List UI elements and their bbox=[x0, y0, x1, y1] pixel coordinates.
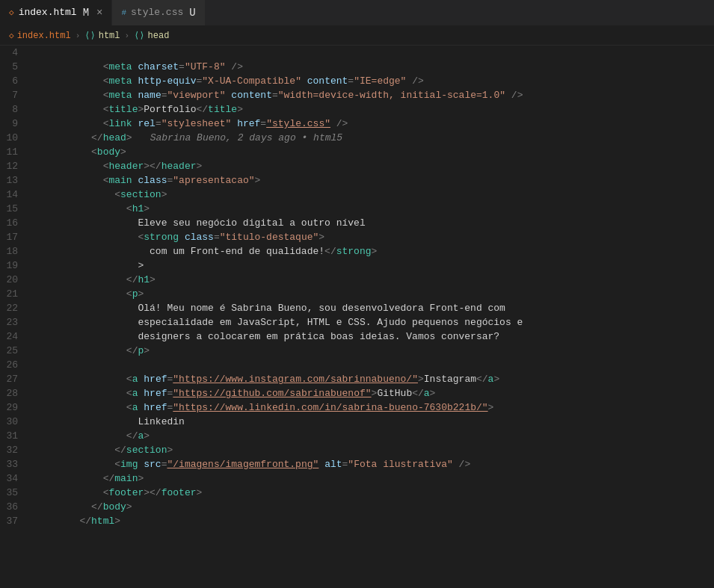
breadcrumb-head[interactable]: head bbox=[148, 31, 170, 41]
tab-bar: ◇ index.html M × # style.css U bbox=[0, 0, 714, 26]
ln-6: 6 bbox=[0, 74, 30, 88]
code-line-20: <p> bbox=[30, 273, 714, 287]
line-numbers: 4 5 6 7 8 9 10 11 12 13 14 15 16 17 18 1… bbox=[0, 46, 30, 588]
ln-15: 15 bbox=[0, 202, 30, 216]
code-area[interactable]: <meta charset="UTF-8" /> <meta http-equi… bbox=[30, 46, 714, 588]
code-line-27: <a href="https://github.com/sabrinabueno… bbox=[30, 372, 714, 386]
ln-7: 7 bbox=[0, 88, 30, 102]
breadcrumb-head-icon: ⟨⟩ bbox=[134, 30, 144, 41]
ln-13: 13 bbox=[0, 173, 30, 188]
breadcrumb-file-icon: ◇ bbox=[9, 31, 14, 40]
ln-19: 19 bbox=[0, 259, 30, 273]
ln-12: 12 bbox=[0, 159, 30, 173]
code-line-36: </html> bbox=[30, 500, 714, 514]
ln-17: 17 bbox=[0, 230, 30, 244]
ln-36: 36 bbox=[0, 500, 30, 514]
code-line-13: <section> bbox=[30, 173, 714, 188]
code-line-14: <h1> bbox=[30, 188, 714, 202]
ln-28: 28 bbox=[0, 386, 30, 400]
breadcrumb-html-icon: ⟨⟩ bbox=[84, 30, 95, 41]
ln-14: 14 bbox=[0, 188, 30, 202]
ln-16: 16 bbox=[0, 216, 30, 230]
ln-30: 30 bbox=[0, 415, 30, 429]
ln-34: 34 bbox=[0, 471, 30, 486]
code-line-33: </main> bbox=[30, 457, 714, 471]
code-line-29: Linkedin bbox=[30, 400, 714, 415]
code-line-25 bbox=[30, 344, 714, 358]
ln-27: 27 bbox=[0, 372, 30, 386]
ln-24: 24 bbox=[0, 329, 30, 344]
css-file-icon: # bbox=[121, 8, 126, 17]
code-line-11: <header></header> bbox=[30, 145, 714, 159]
ln-9: 9 bbox=[0, 117, 30, 131]
code-line-28: <a href="https://www.linkedin.com/in/sab… bbox=[30, 386, 714, 400]
ln-5: 5 bbox=[0, 60, 30, 74]
tab-modified-badge: M bbox=[83, 7, 89, 19]
code-line-21: Olá! Meu nome é Sabrina Bueno, sou desen… bbox=[30, 287, 714, 301]
ln-18: 18 bbox=[0, 244, 30, 259]
breadcrumb-html[interactable]: html bbox=[99, 31, 120, 41]
ln-29: 29 bbox=[0, 400, 30, 415]
tab-index-html[interactable]: ◇ index.html M × bbox=[0, 0, 112, 25]
code-line-8: <link rel="stylesheet" href="style.css" … bbox=[30, 102, 714, 117]
code-line-35: </body> bbox=[30, 486, 714, 500]
code-lines: <meta charset="UTF-8" /> <meta http-equi… bbox=[30, 46, 714, 528]
code-line-31: </section> bbox=[30, 429, 714, 443]
ln-4: 4 bbox=[0, 46, 30, 60]
tab-style-css-label: style.css bbox=[131, 7, 183, 18]
code-line-34: <footer></footer> bbox=[30, 471, 714, 486]
code-line-10: <body> bbox=[30, 131, 714, 145]
editor: 4 5 6 7 8 9 10 11 12 13 14 15 16 17 18 1… bbox=[0, 46, 714, 588]
code-line-12: <main class="apresentacao"> bbox=[30, 159, 714, 173]
ln-8: 8 bbox=[0, 102, 30, 117]
code-line-30: </a> bbox=[30, 415, 714, 429]
breadcrumb-sep-2: › bbox=[125, 31, 130, 40]
ln-10: 10 bbox=[0, 131, 30, 145]
ln-22: 22 bbox=[0, 301, 30, 315]
code-line-5: <meta http-equiv="X-UA-Compatible" conte… bbox=[30, 60, 714, 74]
breadcrumb-file[interactable]: index.html bbox=[17, 31, 71, 41]
code-line-4: <meta charset="UTF-8" /> bbox=[30, 46, 714, 60]
code-line-7: <title>Portfolio</title> bbox=[30, 88, 714, 102]
code-line-15: Eleve seu negócio digital a outro nível bbox=[30, 202, 714, 216]
code-line-37 bbox=[30, 514, 714, 528]
code-line-9: </head>Sabrina Bueno, 2 days ago • html5 bbox=[30, 117, 714, 131]
ln-21: 21 bbox=[0, 287, 30, 301]
breadcrumb: ◇ index.html › ⟨⟩ html › ⟨⟩ head bbox=[0, 26, 714, 46]
tab-style-css[interactable]: # style.css U bbox=[112, 0, 205, 25]
code-line-26: <a href="https://www.instagram.com/sabri… bbox=[30, 358, 714, 372]
tab-css-modified-badge: U bbox=[189, 7, 195, 19]
ln-26: 26 bbox=[0, 358, 30, 372]
code-line-18: > bbox=[30, 244, 714, 259]
code-line-22: especialidade em JavaScript, HTML e CSS.… bbox=[30, 301, 714, 315]
code-line-24: </p> bbox=[30, 329, 714, 344]
ln-35: 35 bbox=[0, 486, 30, 500]
code-line-17: com um Front-end de qualidade!</strong> bbox=[30, 230, 714, 244]
code-line-16: <strong class="titulo-destaque"> bbox=[30, 216, 714, 230]
ln-31: 31 bbox=[0, 429, 30, 443]
code-line-19: </h1> bbox=[30, 259, 714, 273]
breadcrumb-sep-1: › bbox=[76, 31, 81, 40]
code-line-32: <img src="/imagens/imagemfront.png" alt=… bbox=[30, 443, 714, 457]
code-line-6: <meta name="viewport" content="width=dev… bbox=[30, 74, 714, 88]
tab-index-html-label: index.html bbox=[19, 7, 77, 18]
ln-32: 32 bbox=[0, 443, 30, 457]
ln-11: 11 bbox=[0, 145, 30, 159]
code-line-23: designers a colocarem em prática boas id… bbox=[30, 315, 714, 329]
tab-close-icon[interactable]: × bbox=[96, 7, 102, 19]
ln-33: 33 bbox=[0, 457, 30, 471]
ln-23: 23 bbox=[0, 315, 30, 329]
ln-20: 20 bbox=[0, 273, 30, 287]
ln-37: 37 bbox=[0, 514, 30, 528]
ln-25: 25 bbox=[0, 344, 30, 358]
html-file-icon: ◇ bbox=[9, 7, 14, 17]
